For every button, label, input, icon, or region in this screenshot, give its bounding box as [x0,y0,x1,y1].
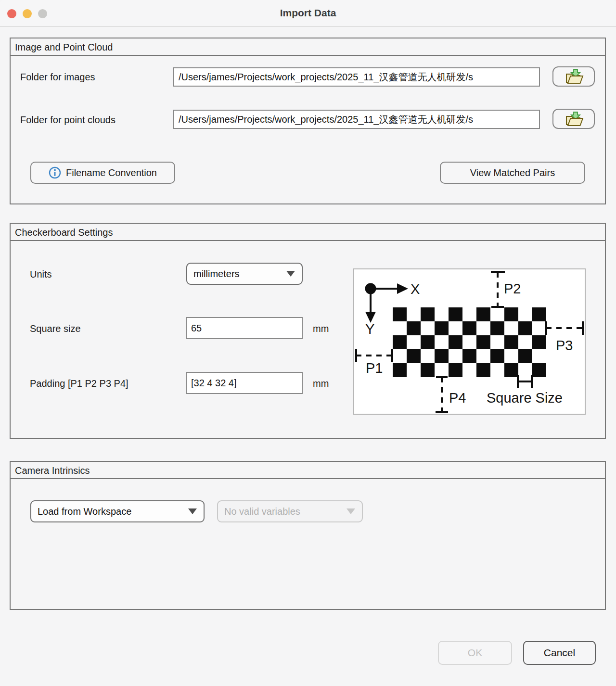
y-axis-label: Y [365,321,374,337]
folder-for-point-clouds-input[interactable] [173,110,540,129]
square-size-annotation: Square Size [487,390,563,406]
open-folder-import-icon [563,69,584,84]
p2-label: P2 [504,281,521,296]
units-label: Units [30,268,52,280]
info-icon [49,166,61,179]
p3-label: P3 [556,338,573,353]
workspace-variable-dropdown: No valid variables [217,500,363,522]
intrinsics-source-selected-value: Load from Workspace [38,506,131,517]
ok-button-label: OK [468,647,482,659]
square-size-label: Square size [30,323,81,334]
ok-button: OK [438,641,512,665]
p4-label: P4 [449,390,466,406]
window-title: Import Data [0,7,616,19]
filename-convention-button[interactable]: Filename Convention [30,162,175,184]
section-title: Checkerboard Settings [11,224,605,241]
padding-label: Padding [P1 P2 P3 P4] [30,378,128,389]
p1-label: P1 [366,360,383,376]
section-checkerboard-settings: Checkerboard Settings Units millimeters … [10,223,606,439]
square-size-unit-label: mm [313,323,329,334]
units-dropdown[interactable]: millimeters [186,263,303,285]
folder-for-point-clouds-label: Folder for point clouds [20,114,116,126]
filename-convention-label: Filename Convention [66,167,157,178]
section-image-and-point-cloud: Image and Point Cloud Folder for images … [10,38,606,204]
chevron-down-icon [346,508,356,515]
units-selected-value: millimeters [193,268,240,279]
workspace-variable-selected-value: No valid variables [224,506,300,517]
chevron-down-icon [188,508,197,515]
padding-input[interactable] [186,372,303,394]
open-folder-import-icon [563,111,584,127]
browse-point-clouds-folder-button[interactable] [552,109,595,129]
padding-unit-label: mm [313,378,329,389]
view-matched-pairs-label: View Matched Pairs [470,167,555,178]
chevron-down-icon [286,270,295,277]
folder-for-images-input[interactable] [173,67,540,87]
view-matched-pairs-button[interactable]: View Matched Pairs [440,162,585,184]
x-arrowhead [397,283,408,294]
section-title: Camera Intrinsics [11,462,605,479]
x-axis-label: X [411,281,420,297]
checkerboard-diagram: X Y P2 P3 P1 [354,269,585,414]
checkerboard-squares [393,307,546,377]
square-size-input[interactable] [186,317,303,339]
cancel-button-label: Cancel [544,647,575,659]
intrinsics-source-dropdown[interactable]: Load from Workspace [30,500,205,522]
checkerboard-diagram-panel: X Y P2 P3 P1 [353,268,586,415]
cancel-button[interactable]: Cancel [523,641,596,665]
folder-for-images-label: Folder for images [20,71,95,83]
section-camera-intrinsics: Camera Intrinsics Load from Workspace No… [10,461,606,610]
section-title: Image and Point Cloud [11,38,605,56]
title-bar: Import Data [0,0,616,27]
browse-images-folder-button[interactable] [552,66,595,87]
